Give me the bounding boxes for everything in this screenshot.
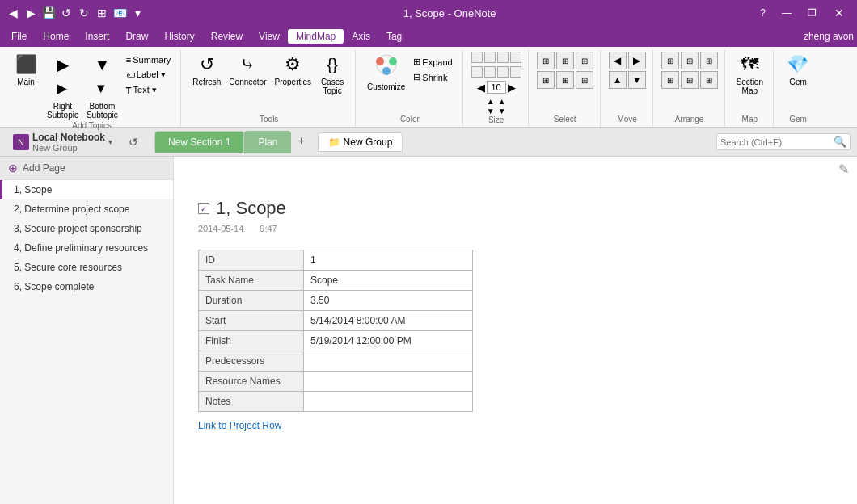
- move-btn-2[interactable]: ▶: [628, 52, 646, 69]
- ribbon-cases-topic-button[interactable]: {} CasesTopic: [316, 52, 348, 97]
- ribbon-properties-button[interactable]: ⚙ Properties: [271, 52, 315, 88]
- arrange-btn-4[interactable]: ⊞: [661, 71, 679, 89]
- undo-icon[interactable]: ↺: [60, 6, 73, 19]
- notebook-selector[interactable]: N Local Notebook New Group ▾: [6, 128, 119, 156]
- arrange-btn-1[interactable]: ⊞: [661, 52, 679, 69]
- redo-icon[interactable]: ↻: [78, 6, 91, 19]
- grid-3-button[interactable]: [497, 52, 509, 63]
- menu-draw[interactable]: Draw: [117, 29, 156, 44]
- field-value[interactable]: 5/19/2014 12:00:00 PM: [304, 331, 473, 351]
- add-section-button[interactable]: +: [291, 131, 310, 153]
- move-btn-4[interactable]: ▼: [628, 71, 646, 89]
- arrange-btn-2[interactable]: ⊞: [681, 52, 699, 69]
- help-button[interactable]: ?: [755, 6, 770, 20]
- ribbon-connector-button[interactable]: ⤷ Connector: [226, 52, 269, 88]
- page-item-determine[interactable]: 2, Determine project scope: [0, 200, 173, 219]
- select-btn-5[interactable]: ⊞: [556, 71, 574, 89]
- tab-new-section-1[interactable]: New Section 1: [154, 131, 244, 153]
- link-to-project-row[interactable]: Link to Project Row: [198, 420, 281, 431]
- size-left-arrow[interactable]: ◀: [477, 82, 485, 94]
- page-item-secure-sponsor[interactable]: 3, Secure project sponsorship: [0, 219, 173, 238]
- down-icon[interactable]: ▾: [131, 6, 144, 19]
- arrange-btn-3[interactable]: ⊞: [700, 52, 718, 69]
- field-value[interactable]: [304, 372, 473, 392]
- menu-history[interactable]: History: [156, 29, 202, 44]
- select-btn-6[interactable]: ⊞: [576, 71, 593, 89]
- ribbon-bottom-subtopic-button[interactable]: ▼▼ BottomSubtopic: [83, 52, 121, 121]
- ribbon-gem-button[interactable]: 💎 Gem: [782, 52, 814, 88]
- ribbon-group-size: ◀ 10 ▶ ▲ ▼ ▲ ▼ Size: [465, 50, 529, 127]
- move-btn-3[interactable]: ▲: [609, 71, 627, 89]
- menu-tag[interactable]: Tag: [378, 29, 410, 44]
- grid-5-button[interactable]: [471, 66, 483, 78]
- new-group-tab[interactable]: 📁 New Group: [318, 132, 403, 152]
- field-value[interactable]: 3.50: [304, 291, 473, 311]
- menu-axis[interactable]: Axis: [344, 29, 378, 44]
- field-value[interactable]: [304, 351, 473, 372]
- label-icon: 🏷: [126, 70, 135, 80]
- send-icon[interactable]: 📧: [113, 6, 126, 19]
- ribbon-expand-button[interactable]: ⊞ Expand: [410, 55, 455, 69]
- save-icon[interactable]: 💾: [42, 6, 55, 19]
- grid-4-button[interactable]: [510, 52, 521, 63]
- arrange-btn-5[interactable]: ⊞: [681, 71, 699, 89]
- undo-notebook-button[interactable]: ↺: [125, 134, 141, 150]
- ribbon-right-subtopic-button[interactable]: ▶▶ RightSubtopic: [44, 52, 82, 121]
- page-item-define[interactable]: 4, Define preliminary resources: [0, 238, 173, 258]
- ribbon-shrink-button[interactable]: ⊟ Shrink: [410, 70, 455, 84]
- page-item-scope-complete[interactable]: 6, Scope complete: [0, 277, 173, 296]
- page-item-secure-core[interactable]: 5, Secure core resources: [0, 258, 173, 277]
- grid-1-button[interactable]: [471, 52, 483, 63]
- size-value[interactable]: 10: [487, 81, 506, 94]
- minimize-button[interactable]: —: [777, 6, 796, 20]
- menu-review[interactable]: Review: [203, 29, 251, 44]
- ribbon-summary-button[interactable]: ≡ Summary: [123, 53, 174, 66]
- select-btn-1[interactable]: ⊞: [537, 52, 555, 69]
- field-value[interactable]: 5/14/2014 8:00:00 AM: [304, 311, 473, 331]
- move-btn-1[interactable]: ◀: [609, 52, 627, 69]
- menu-file[interactable]: File: [3, 29, 35, 44]
- add-page-button[interactable]: ⊕ Add Page: [0, 157, 173, 180]
- maximize-button[interactable]: ❐: [803, 6, 821, 20]
- tab-plan[interactable]: Plan: [244, 131, 291, 153]
- field-value[interactable]: 1: [304, 250, 473, 271]
- menu-mindmap[interactable]: MindMap: [288, 29, 344, 44]
- grid-7-button[interactable]: [497, 66, 509, 78]
- menu-view[interactable]: View: [251, 29, 288, 44]
- page-item-scope[interactable]: 1, Scope: [0, 180, 173, 200]
- menu-insert[interactable]: Insert: [77, 29, 117, 44]
- ribbon-refresh-button[interactable]: ↺ Refresh: [189, 52, 224, 88]
- ribbon-section-map-button[interactable]: 🗺 SectionMap: [733, 52, 766, 97]
- select-btn-3[interactable]: ⊞: [576, 52, 593, 69]
- close-button[interactable]: ✕: [828, 5, 851, 21]
- page-checkbox[interactable]: ✓: [198, 203, 209, 214]
- ribbon-label-button[interactable]: 🏷 Label ▾: [123, 68, 174, 82]
- grid-2-button[interactable]: [484, 52, 496, 63]
- section-tabs: New Section 1 Plan +: [154, 131, 311, 153]
- edit-icon[interactable]: ✎: [837, 160, 851, 178]
- notebook-dropdown-icon[interactable]: ▾: [108, 137, 112, 146]
- select-btn-4[interactable]: ⊞: [537, 71, 555, 89]
- ribbon-main-button[interactable]: ⬛ Main: [10, 52, 42, 88]
- size-up-arrow-2[interactable]: ▲: [498, 97, 506, 106]
- select-btn-2[interactable]: ⊞: [556, 52, 574, 69]
- forward-icon[interactable]: ▶: [24, 6, 37, 19]
- mindmap-icon[interactable]: ⊞: [95, 6, 108, 19]
- field-value[interactable]: [304, 392, 473, 412]
- size-down-arrow[interactable]: ▼: [487, 107, 495, 116]
- size-up-arrow[interactable]: ▲: [487, 97, 495, 106]
- field-label: Task Name: [199, 271, 304, 291]
- search-input[interactable]: [720, 137, 834, 147]
- grid-6-button[interactable]: [484, 66, 496, 78]
- grid-8-button[interactable]: [510, 66, 521, 78]
- field-value[interactable]: Scope: [304, 271, 473, 291]
- search-button[interactable]: 🔍: [834, 136, 846, 148]
- ribbon-customize-button[interactable]: Customize: [364, 52, 408, 93]
- arrange-btn-6[interactable]: ⊞: [700, 71, 718, 89]
- size-up-down-2: ▲ ▼: [498, 97, 506, 116]
- size-right-arrow[interactable]: ▶: [508, 82, 516, 94]
- back-icon[interactable]: ◀: [6, 6, 19, 19]
- menu-home[interactable]: Home: [35, 29, 77, 44]
- size-down-arrow-2[interactable]: ▼: [498, 107, 506, 116]
- ribbon-text-button[interactable]: T Text ▾: [123, 83, 174, 97]
